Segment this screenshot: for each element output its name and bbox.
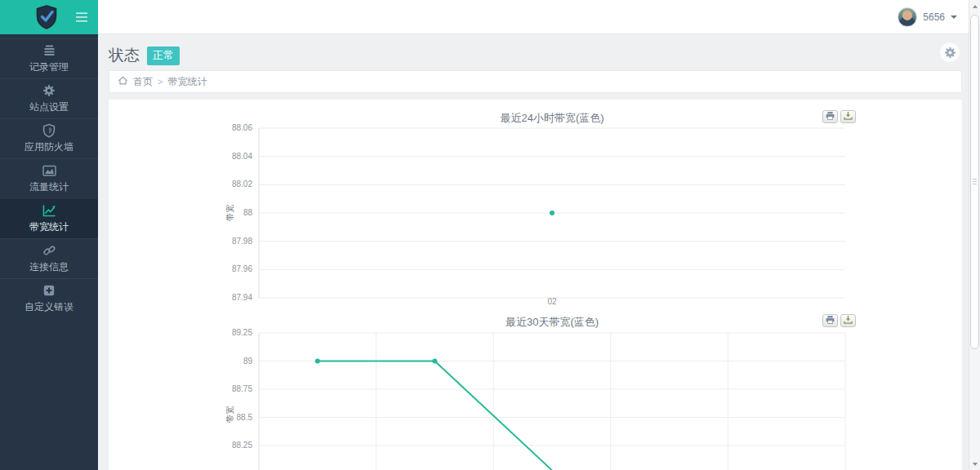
scrollbar-thumb[interactable] <box>970 15 979 349</box>
app-root: 记录管理站点设置应用防火墙流量统计带宽统计连接信息自定义错误 5656 状态正常 <box>0 0 980 470</box>
sidebar-item-label: 应用防火墙 <box>0 140 98 154</box>
avatar <box>898 7 917 27</box>
svg-text:带宽: 带宽 <box>225 205 234 221</box>
shield-logo-icon <box>33 4 60 30</box>
page-title-text: 状态 <box>109 47 140 64</box>
sidebar-item-records[interactable]: 记录管理 <box>0 38 98 78</box>
plus-square-icon <box>0 283 98 299</box>
chevron-down-icon <box>951 16 957 19</box>
svg-text:02: 02 <box>547 297 557 306</box>
sidebar-menu: 记录管理站点设置应用防火墙流量统计带宽统计连接信息自定义错误 <box>0 38 98 318</box>
area-chart-icon <box>0 163 98 180</box>
svg-text:88.02: 88.02 <box>232 180 252 188</box>
list-icon <box>0 43 98 60</box>
triangle-down-icon <box>973 463 978 466</box>
scrollbar-grip-icon <box>973 179 977 185</box>
charts-canvas: 88.0688.0488.028887.9887.9687.9402带宽89.2… <box>109 100 962 470</box>
svg-text:88.5: 88.5 <box>237 413 253 422</box>
gear-icon <box>0 83 98 100</box>
sidebar-item-label: 连接信息 <box>0 260 98 274</box>
settings-button[interactable] <box>940 42 960 62</box>
line-chart-icon <box>0 203 98 219</box>
page-title: 状态正常 <box>109 45 180 66</box>
gear-icon <box>943 46 957 60</box>
svg-text:带宽: 带宽 <box>225 406 234 423</box>
sidebar-item-traffic-stats[interactable]: 流量统计 <box>0 158 98 198</box>
shield-icon <box>0 123 98 140</box>
scrollbar-up-button[interactable] <box>969 0 980 12</box>
home-icon <box>118 75 128 88</box>
svg-text:89.25: 89.25 <box>232 328 252 337</box>
svg-text:87.94: 87.94 <box>232 293 252 302</box>
sidebar-item-label: 记录管理 <box>0 60 98 74</box>
sidebar-item-bandwidth-stats[interactable]: 带宽统计 <box>0 198 98 238</box>
sidebar-item-custom-errors[interactable]: 自定义错误 <box>0 278 98 318</box>
sidebar-item-label: 站点设置 <box>0 100 98 114</box>
svg-text:88.04: 88.04 <box>232 152 252 161</box>
sidebar: 记录管理站点设置应用防火墙流量统计带宽统计连接信息自定义错误 <box>0 0 98 470</box>
breadcrumb-current: 带宽统计 <box>167 75 207 89</box>
link-icon <box>0 243 98 259</box>
svg-text:87.96: 87.96 <box>232 264 252 273</box>
breadcrumb-home-link[interactable]: 首页 <box>133 75 153 89</box>
svg-text:87.98: 87.98 <box>232 237 252 246</box>
charts-panel: 最近24小时带宽(蓝色) 最近30天带宽(蓝色) 88.0688.0488.02… <box>109 100 962 470</box>
svg-text:88.25: 88.25 <box>232 441 252 450</box>
svg-text:88.75: 88.75 <box>232 384 252 393</box>
sidebar-item-site-settings[interactable]: 站点设置 <box>0 78 98 118</box>
scrollbar[interactable] <box>969 0 980 470</box>
sidebar-item-label: 流量统计 <box>0 180 98 194</box>
svg-text:88.06: 88.06 <box>232 123 252 132</box>
sidebar-item-label: 带宽统计 <box>0 220 98 234</box>
topbar: 5656 <box>98 0 980 34</box>
status-badge: 正常 <box>147 47 180 65</box>
scrollbar-down-button[interactable] <box>969 458 980 470</box>
svg-text:89: 89 <box>243 357 253 366</box>
triangle-up-icon <box>973 5 978 8</box>
menu-toggle-button[interactable] <box>75 11 88 23</box>
sidebar-header <box>0 0 98 34</box>
svg-text:88: 88 <box>243 208 253 217</box>
breadcrumb: 首页 > 带宽统计 <box>109 70 962 93</box>
user-menu[interactable]: 5656 <box>898 0 957 34</box>
sidebar-item-label: 自定义错误 <box>0 300 98 314</box>
username: 5656 <box>923 11 945 23</box>
breadcrumb-separator: > <box>158 77 163 86</box>
sidebar-item-connection-info[interactable]: 连接信息 <box>0 238 98 278</box>
sidebar-item-app-firewall[interactable]: 应用防火墙 <box>0 118 98 158</box>
